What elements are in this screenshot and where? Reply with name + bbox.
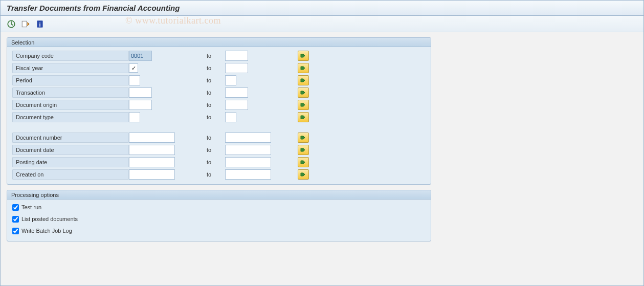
to-label: to: [206, 90, 225, 96]
fiscal-year-to-input[interactable]: [225, 63, 248, 73]
fiscal-year-more-button[interactable]: [298, 63, 309, 73]
row-transaction: Transaction to: [12, 87, 426, 98]
document-origin-from-input[interactable]: [129, 100, 152, 110]
processing-options-group: Processing options Test run List posted …: [7, 190, 431, 241]
document-number-more-button[interactable]: [298, 133, 309, 143]
to-label: to: [206, 77, 225, 83]
period-to-input[interactable]: [225, 75, 236, 85]
company-code-from-input[interactable]: [129, 51, 152, 61]
label-fiscal-year: Fiscal year: [12, 63, 129, 73]
list-posted-checkbox[interactable]: [12, 216, 19, 223]
to-label: to: [206, 114, 225, 120]
to-label: to: [206, 171, 225, 178]
created-on-to-input[interactable]: [225, 169, 271, 180]
document-type-to-input[interactable]: [225, 112, 236, 122]
page-title: Transfer Documents from Financial Accoun…: [1, 1, 643, 16]
label-company-code: Company code: [12, 51, 129, 61]
to-label: to: [206, 147, 225, 153]
row-document-origin: Document origin to: [12, 99, 426, 111]
row-period: Period to: [12, 75, 426, 86]
write-log-label: Write Batch Job Log: [21, 228, 72, 234]
row-document-number: Document number to: [12, 132, 426, 143]
to-label: to: [206, 102, 225, 108]
row-fiscal-year: Fiscal year ✓ to: [12, 62, 426, 74]
selection-group: Selection Company code to Fiscal year ✓ …: [7, 37, 431, 185]
execute-icon[interactable]: [7, 19, 16, 29]
test-run-checkbox[interactable]: [12, 204, 19, 211]
company-code-more-button[interactable]: [298, 51, 309, 61]
processing-options-header: Processing options: [7, 190, 431, 200]
document-origin-to-input[interactable]: [225, 100, 248, 110]
svg-text:i: i: [39, 21, 40, 27]
label-transaction: Transaction: [12, 87, 129, 98]
to-label: to: [206, 53, 225, 59]
document-type-more-button[interactable]: [298, 112, 309, 122]
document-type-from-input[interactable]: [129, 112, 140, 122]
document-date-from-input[interactable]: [129, 145, 175, 155]
created-on-from-input[interactable]: [129, 169, 175, 180]
transaction-more-button[interactable]: [298, 87, 309, 98]
posting-date-from-input[interactable]: [129, 157, 175, 167]
label-document-type: Document type: [12, 112, 129, 122]
test-run-label: Test run: [21, 204, 41, 210]
created-on-more-button[interactable]: [298, 169, 309, 180]
row-company-code: Company code to: [12, 50, 426, 61]
label-created-on: Created on: [12, 169, 129, 180]
row-created-on: Created on to: [12, 169, 426, 180]
row-document-type: Document type to: [12, 112, 426, 123]
list-posted-label: List posted documents: [21, 216, 78, 222]
label-document-origin: Document origin: [12, 100, 129, 110]
to-label: to: [206, 65, 225, 71]
to-label: to: [206, 135, 225, 141]
transaction-to-input[interactable]: [225, 87, 248, 98]
info-icon[interactable]: i: [35, 19, 45, 29]
row-posting-date: Posting date to: [12, 157, 426, 168]
document-number-to-input[interactable]: [225, 133, 271, 143]
period-from-input[interactable]: [129, 75, 140, 85]
label-document-date: Document date: [12, 145, 129, 155]
write-log-checkbox[interactable]: [12, 228, 19, 234]
document-date-more-button[interactable]: [298, 145, 309, 155]
fiscal-year-from-checkbox[interactable]: ✓: [129, 63, 138, 73]
document-date-to-input[interactable]: [225, 145, 271, 155]
transaction-from-input[interactable]: [129, 87, 152, 98]
variant-icon[interactable]: [21, 19, 30, 29]
posting-date-more-button[interactable]: [298, 157, 309, 167]
period-more-button[interactable]: [298, 75, 309, 85]
svg-rect-1: [22, 21, 27, 27]
toolbar: i: [1, 16, 643, 32]
posting-date-to-input[interactable]: [225, 157, 271, 167]
to-label: to: [206, 159, 225, 165]
document-origin-more-button[interactable]: [298, 100, 309, 110]
row-document-date: Document date to: [12, 144, 426, 156]
label-posting-date: Posting date: [12, 157, 129, 167]
label-period: Period: [12, 75, 129, 85]
selection-group-header: Selection: [7, 38, 431, 47]
label-document-number: Document number: [12, 133, 129, 143]
document-number-from-input[interactable]: [129, 133, 175, 143]
company-code-to-input[interactable]: [225, 51, 248, 61]
